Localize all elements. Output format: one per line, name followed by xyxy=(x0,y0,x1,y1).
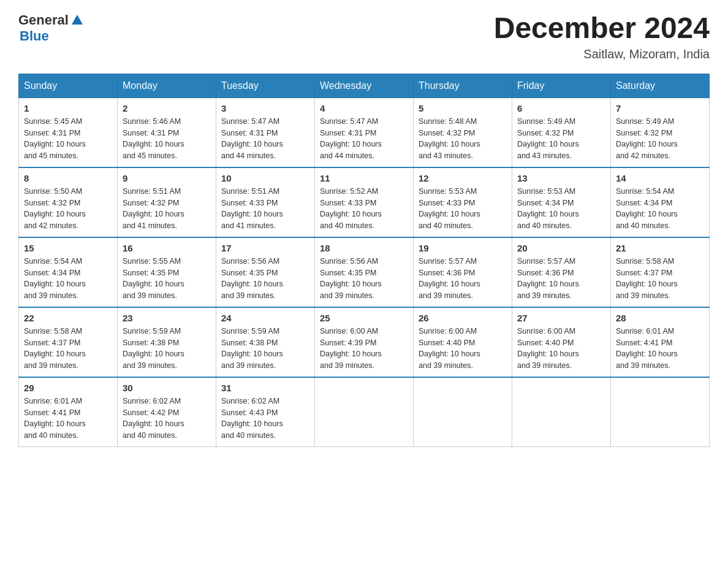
day-of-week-header: Friday xyxy=(512,74,611,98)
calendar-week-row: 15Sunrise: 5:54 AMSunset: 4:34 PMDayligh… xyxy=(19,237,710,307)
day-number: 22 xyxy=(24,313,112,323)
calendar-cell: 29Sunrise: 6:01 AMSunset: 4:41 PMDayligh… xyxy=(19,377,118,447)
day-number: 3 xyxy=(221,103,309,113)
day-info: Sunrise: 5:51 AMSunset: 4:32 PMDaylight:… xyxy=(123,186,211,232)
day-number: 17 xyxy=(221,243,309,253)
calendar-week-row: 29Sunrise: 6:01 AMSunset: 4:41 PMDayligh… xyxy=(19,377,710,447)
day-info: Sunrise: 5:56 AMSunset: 4:35 PMDaylight:… xyxy=(320,256,408,302)
day-info: Sunrise: 5:54 AMSunset: 4:34 PMDaylight:… xyxy=(24,256,112,302)
day-number: 26 xyxy=(419,313,507,323)
day-number: 31 xyxy=(221,383,309,393)
day-number: 7 xyxy=(616,103,704,113)
calendar-cell: 2Sunrise: 5:46 AMSunset: 4:31 PMDaylight… xyxy=(118,98,216,167)
calendar-cell: 6Sunrise: 5:49 AMSunset: 4:32 PMDaylight… xyxy=(512,98,611,167)
day-info: Sunrise: 5:53 AMSunset: 4:33 PMDaylight:… xyxy=(419,186,507,232)
calendar-cell xyxy=(611,377,710,447)
logo: General Blue xyxy=(18,12,84,44)
calendar-cell: 15Sunrise: 5:54 AMSunset: 4:34 PMDayligh… xyxy=(19,237,118,307)
day-info: Sunrise: 5:49 AMSunset: 4:32 PMDaylight:… xyxy=(616,116,704,162)
day-number: 1 xyxy=(24,103,112,113)
calendar-cell: 11Sunrise: 5:52 AMSunset: 4:33 PMDayligh… xyxy=(315,167,414,237)
calendar-cell: 3Sunrise: 5:47 AMSunset: 4:31 PMDaylight… xyxy=(216,98,315,167)
day-info: Sunrise: 5:45 AMSunset: 4:31 PMDaylight:… xyxy=(24,116,112,162)
calendar-cell: 30Sunrise: 6:02 AMSunset: 4:42 PMDayligh… xyxy=(118,377,216,447)
day-number: 14 xyxy=(616,173,704,183)
day-info: Sunrise: 5:53 AMSunset: 4:34 PMDaylight:… xyxy=(517,186,605,232)
location: Saitlaw, Mizoram, India xyxy=(494,47,710,61)
day-number: 13 xyxy=(517,173,605,183)
day-number: 19 xyxy=(419,243,507,253)
day-info: Sunrise: 5:58 AMSunset: 4:37 PMDaylight:… xyxy=(24,326,112,372)
calendar-cell: 13Sunrise: 5:53 AMSunset: 4:34 PMDayligh… xyxy=(512,167,611,237)
day-info: Sunrise: 5:54 AMSunset: 4:34 PMDaylight:… xyxy=(616,186,704,232)
day-number: 15 xyxy=(24,243,112,253)
calendar-cell xyxy=(315,377,414,447)
calendar-cell: 20Sunrise: 5:57 AMSunset: 4:36 PMDayligh… xyxy=(512,237,611,307)
calendar-week-row: 1Sunrise: 5:45 AMSunset: 4:31 PMDaylight… xyxy=(19,98,710,167)
day-info: Sunrise: 5:59 AMSunset: 4:38 PMDaylight:… xyxy=(123,326,211,372)
day-of-week-header: Saturday xyxy=(611,74,710,98)
day-number: 23 xyxy=(123,313,211,323)
day-number: 21 xyxy=(616,243,704,253)
day-of-week-header: Monday xyxy=(118,74,216,98)
calendar-cell: 16Sunrise: 5:55 AMSunset: 4:35 PMDayligh… xyxy=(118,237,216,307)
day-info: Sunrise: 6:02 AMSunset: 4:42 PMDaylight:… xyxy=(123,396,211,442)
day-info: Sunrise: 5:50 AMSunset: 4:32 PMDaylight:… xyxy=(24,186,112,232)
day-info: Sunrise: 6:00 AMSunset: 4:40 PMDaylight:… xyxy=(419,326,507,372)
calendar-cell: 26Sunrise: 6:00 AMSunset: 4:40 PMDayligh… xyxy=(414,307,512,377)
day-of-week-header: Sunday xyxy=(19,74,118,98)
day-info: Sunrise: 6:01 AMSunset: 4:41 PMDaylight:… xyxy=(24,396,112,442)
calendar-cell: 12Sunrise: 5:53 AMSunset: 4:33 PMDayligh… xyxy=(414,167,512,237)
day-info: Sunrise: 5:56 AMSunset: 4:35 PMDaylight:… xyxy=(221,256,309,302)
day-number: 20 xyxy=(517,243,605,253)
calendar-table: SundayMondayTuesdayWednesdayThursdayFrid… xyxy=(18,74,710,447)
calendar-cell: 24Sunrise: 5:59 AMSunset: 4:38 PMDayligh… xyxy=(216,307,315,377)
calendar-week-row: 8Sunrise: 5:50 AMSunset: 4:32 PMDaylight… xyxy=(19,167,710,237)
day-info: Sunrise: 5:47 AMSunset: 4:31 PMDaylight:… xyxy=(320,116,408,162)
day-info: Sunrise: 5:51 AMSunset: 4:33 PMDaylight:… xyxy=(221,186,309,232)
day-info: Sunrise: 5:58 AMSunset: 4:37 PMDaylight:… xyxy=(616,256,704,302)
day-number: 29 xyxy=(24,383,112,393)
day-number: 5 xyxy=(419,103,507,113)
day-info: Sunrise: 6:00 AMSunset: 4:40 PMDaylight:… xyxy=(517,326,605,372)
month-title: December 2024 xyxy=(494,12,710,45)
day-info: Sunrise: 5:47 AMSunset: 4:31 PMDaylight:… xyxy=(221,116,309,162)
day-info: Sunrise: 5:57 AMSunset: 4:36 PMDaylight:… xyxy=(517,256,605,302)
logo-blue: Blue xyxy=(20,28,49,44)
day-number: 11 xyxy=(320,173,408,183)
calendar-cell: 28Sunrise: 6:01 AMSunset: 4:41 PMDayligh… xyxy=(611,307,710,377)
title-area: December 2024 Saitlaw, Mizoram, India xyxy=(494,12,710,61)
calendar-cell: 10Sunrise: 5:51 AMSunset: 4:33 PMDayligh… xyxy=(216,167,315,237)
day-info: Sunrise: 6:00 AMSunset: 4:39 PMDaylight:… xyxy=(320,326,408,372)
calendar-cell: 25Sunrise: 6:00 AMSunset: 4:39 PMDayligh… xyxy=(315,307,414,377)
calendar-header-row: SundayMondayTuesdayWednesdayThursdayFrid… xyxy=(19,74,710,98)
calendar-cell xyxy=(414,377,512,447)
calendar-cell xyxy=(512,377,611,447)
day-number: 16 xyxy=(123,243,211,253)
calendar-cell: 4Sunrise: 5:47 AMSunset: 4:31 PMDaylight… xyxy=(315,98,414,167)
day-number: 12 xyxy=(419,173,507,183)
calendar-cell: 21Sunrise: 5:58 AMSunset: 4:37 PMDayligh… xyxy=(611,237,710,307)
calendar-cell: 1Sunrise: 5:45 AMSunset: 4:31 PMDaylight… xyxy=(19,98,118,167)
day-info: Sunrise: 5:46 AMSunset: 4:31 PMDaylight:… xyxy=(123,116,211,162)
calendar-cell: 14Sunrise: 5:54 AMSunset: 4:34 PMDayligh… xyxy=(611,167,710,237)
calendar-cell: 27Sunrise: 6:00 AMSunset: 4:40 PMDayligh… xyxy=(512,307,611,377)
day-number: 10 xyxy=(221,173,309,183)
calendar-cell: 18Sunrise: 5:56 AMSunset: 4:35 PMDayligh… xyxy=(315,237,414,307)
calendar-week-row: 22Sunrise: 5:58 AMSunset: 4:37 PMDayligh… xyxy=(19,307,710,377)
logo-general: General xyxy=(18,12,69,28)
day-number: 9 xyxy=(123,173,211,183)
calendar-cell: 23Sunrise: 5:59 AMSunset: 4:38 PMDayligh… xyxy=(118,307,216,377)
day-number: 27 xyxy=(517,313,605,323)
day-number: 25 xyxy=(320,313,408,323)
calendar-cell: 22Sunrise: 5:58 AMSunset: 4:37 PMDayligh… xyxy=(19,307,118,377)
day-info: Sunrise: 6:01 AMSunset: 4:41 PMDaylight:… xyxy=(616,326,704,372)
day-info: Sunrise: 6:02 AMSunset: 4:43 PMDaylight:… xyxy=(221,396,309,442)
day-info: Sunrise: 5:57 AMSunset: 4:36 PMDaylight:… xyxy=(419,256,507,302)
day-number: 28 xyxy=(616,313,704,323)
calendar-cell: 8Sunrise: 5:50 AMSunset: 4:32 PMDaylight… xyxy=(19,167,118,237)
day-number: 24 xyxy=(221,313,309,323)
day-of-week-header: Tuesday xyxy=(216,74,315,98)
calendar-cell: 7Sunrise: 5:49 AMSunset: 4:32 PMDaylight… xyxy=(611,98,710,167)
day-info: Sunrise: 5:49 AMSunset: 4:32 PMDaylight:… xyxy=(517,116,605,162)
